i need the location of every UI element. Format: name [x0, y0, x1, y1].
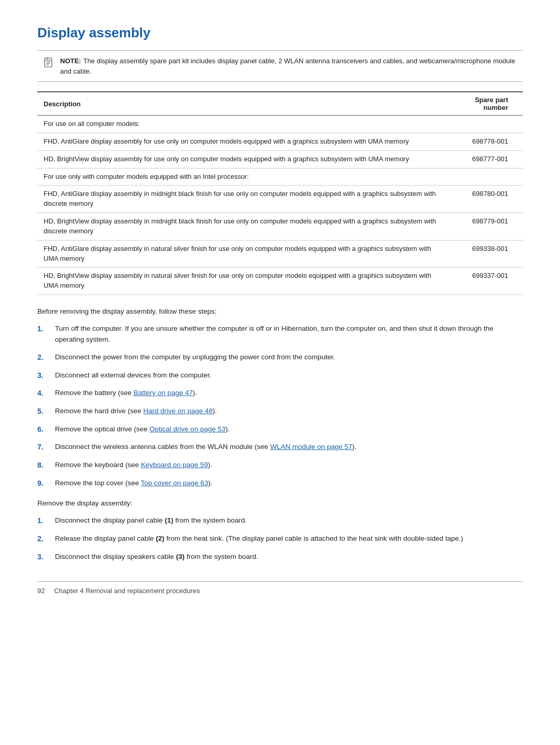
table-row: FHD, AntiGlare display assembly for use …: [37, 133, 445, 150]
step-text: Disconnect all external devices from the…: [55, 370, 523, 381]
note-icon: ✎: [44, 57, 55, 69]
step-number: 6.: [37, 424, 48, 435]
step-number: 5.: [37, 406, 48, 417]
list-item: 8.Remove the keyboard (see Keyboard on p…: [37, 460, 523, 471]
step-link[interactable]: Hard drive on page 48: [143, 407, 213, 415]
remove-steps-list: 1.Disconnect the display panel cable (1)…: [37, 515, 523, 563]
list-item: 7.Disconnect the wireless antenna cables…: [37, 442, 523, 453]
footer-page-num: 92: [37, 587, 45, 595]
table-section-label: For use only with computer models equipp…: [37, 168, 523, 186]
part-number-cell: 699337-001: [445, 268, 523, 295]
step-text: Remove the hard drive (see Hard drive on…: [55, 406, 523, 417]
step-number: 2.: [37, 352, 48, 363]
list-item: 4.Remove the battery (see Battery on pag…: [37, 388, 523, 399]
step-link[interactable]: WLAN module on page 57: [270, 443, 352, 451]
list-item: 1.Turn off the computer. If you are unsu…: [37, 324, 523, 345]
page-title: Display assembly: [37, 25, 523, 41]
note-body: The display assembly spare part kit incl…: [60, 57, 515, 75]
part-number-cell: 698779-001: [445, 213, 523, 241]
step-text: Turn off the computer. If you are unsure…: [55, 324, 523, 345]
footer: 92 Chapter 4 Removal and replacement pro…: [37, 581, 523, 595]
step-number: 1.: [37, 515, 48, 527]
step-number: 8.: [37, 460, 48, 471]
list-item: 1.Disconnect the display panel cable (1)…: [37, 515, 523, 527]
part-number-cell: 698780-001: [445, 186, 523, 213]
list-item: 5.Remove the hard drive (see Hard drive …: [37, 406, 523, 417]
table-section-label: For use on all computer models:: [37, 116, 523, 133]
list-item: 9.Remove the top cover (see Top cover on…: [37, 478, 523, 489]
note-content: NOTE:The display assembly spare part kit…: [60, 56, 516, 76]
step-number: 3.: [37, 370, 48, 382]
part-number-cell: 698778-001: [445, 133, 523, 150]
step-link[interactable]: Top cover on page 63: [141, 479, 208, 487]
step-text: Disconnect the wireless antenna cables f…: [55, 442, 523, 453]
note-label: NOTE:: [60, 57, 81, 65]
list-item: 2.Disconnect the power from the computer…: [37, 352, 523, 363]
svg-text:✎: ✎: [46, 57, 48, 60]
step-number: 9.: [37, 478, 48, 489]
step-text: Disconnect the power from the computer b…: [55, 352, 523, 363]
parts-table: Description Spare part number For use on…: [37, 91, 523, 295]
step-text: Remove the keyboard (see Keyboard on pag…: [55, 460, 523, 471]
remove-intro: Remove the display assembly:: [37, 498, 523, 509]
step-number: 3.: [37, 552, 48, 563]
step-text: Remove the top cover (see Top cover on p…: [55, 478, 523, 489]
list-item: 6.Remove the optical drive (see Optical …: [37, 424, 523, 435]
step-number: 7.: [37, 442, 48, 453]
table-row: HD, BrightView display assembly for use …: [37, 150, 445, 168]
list-item: 3.Disconnect all external devices from t…: [37, 370, 523, 382]
footer-chapter: Chapter 4 Removal and replacement proced…: [54, 587, 523, 595]
part-number-cell: 699338-001: [445, 240, 523, 268]
step-text: Remove the optical drive (see Optical dr…: [55, 424, 523, 435]
step-text: Remove the battery (see Battery on page …: [55, 388, 523, 399]
col-description: Description: [37, 92, 445, 116]
before-steps-intro: Before removing the display assembly, fo…: [37, 306, 523, 317]
before-steps-list: 1.Turn off the computer. If you are unsu…: [37, 324, 523, 489]
step-link[interactable]: Optical drive on page 53: [149, 425, 225, 433]
table-row: HD, BrightView display assembly in natur…: [37, 268, 445, 295]
table-row: HD, BrightView display assembly in midni…: [37, 213, 445, 241]
step-number: 4.: [37, 388, 48, 399]
step-link[interactable]: Battery on page 47: [134, 389, 193, 397]
note-box: ✎ NOTE:The display assembly spare part k…: [37, 50, 523, 82]
step-number: 2.: [37, 533, 48, 545]
step-number: 1.: [37, 324, 48, 335]
part-number-cell: 698777-001: [445, 150, 523, 168]
step-link[interactable]: Keyboard on page 59: [141, 461, 208, 469]
list-item: 3.Disconnect the display speakers cable …: [37, 552, 523, 563]
step-text: Disconnect the display panel cable (1) f…: [55, 515, 523, 526]
table-row: FHD, AntiGlare display assembly in natur…: [37, 240, 445, 268]
table-row: FHD, AntiGlare display assembly in midni…: [37, 186, 445, 213]
col-part-number: Spare part number: [445, 92, 523, 116]
step-text: Disconnect the display speakers cable (3…: [55, 552, 523, 563]
step-text: Release the display panel cable (2) from…: [55, 533, 523, 544]
list-item: 2.Release the display panel cable (2) fr…: [37, 533, 523, 545]
